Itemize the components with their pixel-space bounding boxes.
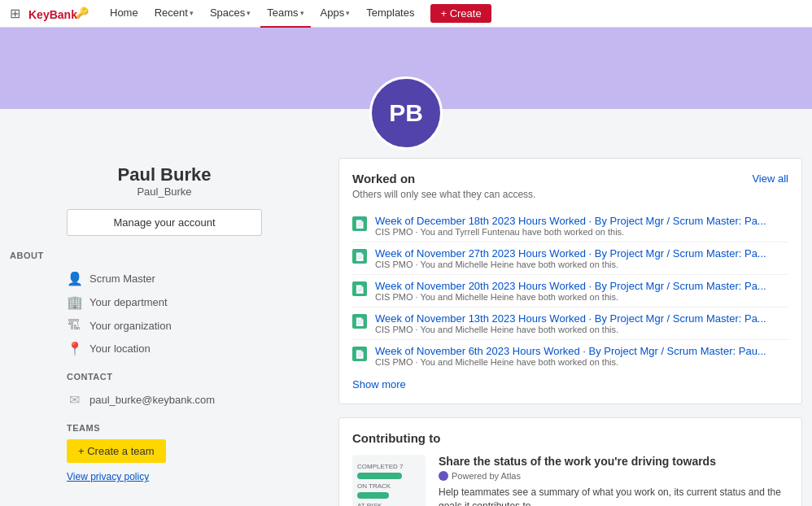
- location-icon: 📍: [67, 341, 81, 356]
- main-container: Paul Burke Paul_Burke Manage your accoun…: [0, 109, 812, 506]
- location-item: 📍 Your location: [67, 337, 262, 360]
- worked-title[interactable]: Week of November 27th 2023 Hours Worked …: [375, 247, 788, 260]
- progress-bar: [357, 473, 402, 479]
- view-all-link[interactable]: View all: [752, 172, 788, 185]
- profile-banner: PB: [0, 28, 812, 109]
- worked-content: Week of November 20th 2023 Hours Worked …: [375, 280, 788, 302]
- nav-home-label: Home: [110, 7, 138, 19]
- contributing-inner: COMPLETED 7ON TRACKAT RISK Share the sta…: [352, 455, 788, 506]
- doc-icon: 📄: [352, 347, 367, 361]
- nav-templates[interactable]: Templates: [360, 0, 421, 28]
- nav-spaces-label: Spaces: [210, 7, 245, 19]
- worked-on-panel: Worked on View all Others will only see …: [338, 158, 802, 404]
- contributing-desc: Help teammates see a summary of what you…: [439, 486, 788, 506]
- nav-teams-chevron: ▾: [300, 9, 304, 17]
- worked-on-subtitle: Others will only see what they can acces…: [352, 189, 788, 200]
- worked-content: Week of December 18th 2023 Hours Worked …: [375, 215, 788, 237]
- email-item: ✉ paul_burke@keybank.com: [67, 388, 262, 412]
- organization-value: Your organization: [89, 320, 172, 332]
- atlas-icon: [439, 471, 448, 481]
- contributing-heading: Share the status of the work you're driv…: [439, 455, 788, 468]
- worked-meta: CIS PMO · You and Michelle Heine have bo…: [375, 357, 788, 367]
- create-team-button[interactable]: + Create a team: [67, 439, 166, 463]
- email-value: paul_burke@keybank.com: [89, 394, 215, 406]
- nav-spaces-chevron: ▾: [247, 9, 251, 17]
- bar-label: AT RISK: [357, 502, 421, 506]
- profile-username: Paul_Burke: [137, 185, 191, 198]
- grid-icon[interactable]: ⊞: [10, 6, 20, 21]
- department-icon: 🏢: [67, 294, 81, 310]
- nav-apps[interactable]: Apps ▾: [314, 0, 357, 28]
- worked-content: Week of November 27th 2023 Hours Worked …: [375, 247, 788, 269]
- contributing-title: Contributing to: [352, 431, 788, 445]
- location-value: Your location: [89, 342, 151, 355]
- role-item: 👤 Scrum Master: [67, 267, 262, 290]
- manage-account-button[interactable]: Manage your account: [67, 209, 262, 236]
- worked-title[interactable]: Week of November 20th 2023 Hours Worked …: [375, 280, 788, 292]
- worked-content: Week of November 13th 2023 Hours Worked …: [375, 312, 788, 334]
- doc-icon: 📄: [352, 249, 367, 264]
- worked-content: Week of November 6th 2023 Hours Worked ·…: [375, 345, 788, 367]
- profile-name: Paul Burke: [118, 164, 212, 185]
- navbar: ⊞ KeyBank 🔑 Home Recent ▾ Spaces ▾ Teams…: [0, 0, 812, 28]
- profile-right: Worked on View all Others will only see …: [338, 158, 802, 506]
- contributing-visual: COMPLETED 7ON TRACKAT RISK: [352, 455, 426, 506]
- doc-icon: 📄: [352, 281, 367, 296]
- organization-item: 🏗 Your organization: [67, 314, 262, 337]
- contact-label: CONTACT: [67, 372, 262, 382]
- about-label: ABOUT: [10, 251, 205, 260]
- organization-icon: 🏗: [67, 318, 81, 333]
- role-icon: 👤: [67, 271, 81, 286]
- show-more-link[interactable]: Show more: [352, 378, 788, 390]
- nav-recent-label: Recent: [155, 7, 188, 19]
- svg-text:KeyBank: KeyBank: [28, 8, 77, 21]
- teams-section: TEAMS + Create a team View privacy polic…: [67, 423, 262, 482]
- department-value: Your department: [89, 296, 168, 308]
- bar-label: ON TRACK: [357, 482, 421, 490]
- contact-section: CONTACT ✉ paul_burke@keybank.com: [67, 372, 262, 412]
- role-value: Scrum Master: [89, 273, 155, 285]
- worked-meta: CIS PMO · You and Tyrrell Funtenau have …: [375, 227, 788, 237]
- doc-icon: 📄: [352, 314, 367, 329]
- doc-icon: 📄: [352, 216, 367, 231]
- nav-apps-label: Apps: [321, 7, 345, 19]
- worked-meta: CIS PMO · You and Michelle Heine have bo…: [375, 325, 788, 334]
- nav-recent[interactable]: Recent ▾: [148, 0, 200, 28]
- progress-bar: [357, 492, 389, 499]
- contributing-powered: Powered by Atlas: [439, 471, 788, 481]
- worked-title[interactable]: Week of November 6th 2023 Hours Worked ·…: [375, 345, 788, 357]
- worked-title[interactable]: Week of November 13th 2023 Hours Worked …: [375, 312, 788, 325]
- avatar-initials: PB: [389, 99, 423, 127]
- nav-templates-label: Templates: [366, 7, 414, 19]
- privacy-link[interactable]: View privacy policy: [67, 471, 262, 482]
- nav-recent-chevron: ▾: [190, 9, 194, 17]
- contributing-text: Share the status of the work you're driv…: [439, 455, 788, 506]
- department-item: 🏢 Your department: [67, 290, 262, 314]
- logo[interactable]: KeyBank 🔑: [28, 5, 94, 23]
- worked-item[interactable]: 📄 Week of November 13th 2023 Hours Worke…: [352, 308, 788, 340]
- worked-items-list: 📄 Week of December 18th 2023 Hours Worke…: [352, 210, 788, 372]
- nav-apps-chevron: ▾: [346, 9, 350, 17]
- worked-item[interactable]: 📄 Week of December 18th 2023 Hours Worke…: [352, 210, 788, 242]
- nav-spaces[interactable]: Spaces ▾: [203, 0, 257, 28]
- teams-label: TEAMS: [67, 423, 262, 433]
- email-icon: ✉: [67, 392, 81, 408]
- svg-text:🔑: 🔑: [76, 6, 89, 20]
- nav-teams-label: Teams: [267, 7, 298, 19]
- worked-on-title: Worked on: [352, 172, 415, 185]
- worked-item[interactable]: 📄 Week of November 27th 2023 Hours Worke…: [352, 242, 788, 275]
- avatar-wrapper: PB: [369, 76, 443, 150]
- contributing-panel: Contributing to COMPLETED 7ON TRACKAT RI…: [338, 417, 802, 506]
- nav-home[interactable]: Home: [103, 0, 145, 28]
- avatar: PB: [369, 76, 443, 150]
- nav-teams[interactable]: Teams ▾: [260, 0, 310, 28]
- create-button[interactable]: + Create: [430, 4, 491, 23]
- bar-label: COMPLETED 7: [357, 463, 421, 470]
- powered-label: Powered by Atlas: [452, 471, 521, 481]
- profile-left: Paul Burke Paul_Burke Manage your accoun…: [10, 158, 319, 506]
- worked-meta: CIS PMO · You and Michelle Heine have bo…: [375, 292, 788, 302]
- worked-meta: CIS PMO · You and Michelle Heine have bo…: [375, 260, 788, 269]
- worked-item[interactable]: 📄 Week of November 6th 2023 Hours Worked…: [352, 340, 788, 372]
- worked-item[interactable]: 📄 Week of November 20th 2023 Hours Worke…: [352, 275, 788, 308]
- worked-title[interactable]: Week of December 18th 2023 Hours Worked …: [375, 215, 788, 227]
